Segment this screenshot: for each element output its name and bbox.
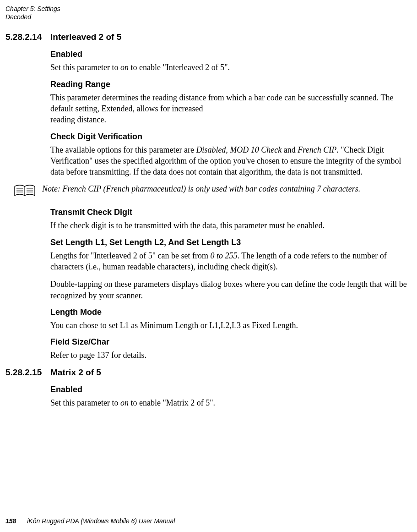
- section-number: 5.28.2.14: [5, 32, 50, 42]
- section-title: Interleaved 2 of 5: [50, 32, 121, 42]
- subheading-transmit: Transmit Check Digit: [50, 208, 409, 217]
- section-body-interleaved-cont: Transmit Check Digit If the check digit …: [50, 208, 409, 361]
- running-header: Chapter 5: Settings Decoded: [5, 5, 409, 21]
- section-heading-matrix: 5.28.2.15 Matrix 2 of 5: [5, 367, 409, 378]
- paragraph-length-mode: You can chose to set L1 as Minimum Lengt…: [50, 320, 409, 331]
- note-body: French CIP (French pharmaceutical) is on…: [63, 184, 361, 193]
- text-fragment: The available options for this parameter…: [50, 145, 196, 154]
- footer-title: iKôn Rugged PDA (Windows Mobile 6) User …: [27, 517, 175, 525]
- paragraph-transmit: If the check digit is to be transmitted …: [50, 220, 409, 231]
- subheading-reading-range: Reading Range: [50, 80, 409, 89]
- paragraph-check-digit: The available options for this parameter…: [50, 144, 409, 178]
- section-body-interleaved: Enabled Set this parameter to on to enab…: [50, 49, 409, 177]
- subheading-field-size: Field Size/Char: [50, 337, 409, 347]
- paragraph-set-length-2: Double-tapping on these parameters displ…: [50, 279, 409, 301]
- running-header-line2: Decoded: [5, 13, 409, 21]
- section-body-matrix: Enabled Set this parameter to on to enab…: [50, 385, 409, 408]
- section-heading-interleaved: 5.28.2.14 Interleaved 2 of 5: [5, 32, 409, 42]
- note-text: Note: French CIP (French pharmaceutical)…: [42, 184, 360, 194]
- paragraph-enabled: Set this parameter to on to enable "Inte…: [50, 62, 409, 73]
- note-label: Note:: [42, 184, 63, 193]
- paragraph-set-length-1: Lengths for "Interleaved 2 of 5" can be …: [50, 250, 409, 273]
- paragraph-reading-range-2: reading distance.: [50, 114, 409, 125]
- text-fragment: and: [282, 145, 298, 154]
- text-italic-french-cip: French CIP: [298, 145, 336, 154]
- running-header-line1: Chapter 5: Settings: [5, 5, 409, 13]
- paragraph-enabled-matrix: Set this parameter to on to enable "Matr…: [50, 397, 409, 408]
- paragraph-field-size: Refer to page 137 for details.: [50, 350, 409, 361]
- subheading-enabled: Enabled: [50, 49, 409, 59]
- section-number: 5.28.2.15: [5, 367, 50, 378]
- text-italic-on: on: [120, 398, 129, 407]
- text-fragment: to enable "Matrix 2 of 5".: [129, 398, 215, 407]
- text-italic-range: 0 to 255: [211, 251, 238, 260]
- text-fragment: to enable "Interleaved 2 of 5".: [129, 63, 230, 72]
- page-content: Chapter 5: Settings Decoded 5.28.2.14 In…: [0, 0, 417, 408]
- page-number: 158: [5, 517, 16, 525]
- note-block: Note: French CIP (French pharmaceutical)…: [14, 184, 409, 200]
- paragraph-reading-range-1: This parameter determines the reading di…: [50, 92, 409, 115]
- subheading-check-digit: Check Digit Verification: [50, 132, 409, 142]
- text-fragment: Lengths for "Interleaved 2 of 5" can be …: [50, 251, 211, 260]
- subheading-length-mode: Length Mode: [50, 307, 409, 317]
- section-title: Matrix 2 of 5: [50, 367, 101, 378]
- page-footer: 158 iKôn Rugged PDA (Windows Mobile 6) U…: [5, 517, 175, 525]
- book-icon: [14, 185, 36, 200]
- subheading-set-length: Set Length L1, Set Length L2, And Set Le…: [50, 238, 409, 247]
- text-fragment: Set this parameter to: [50, 398, 120, 407]
- subheading-enabled-matrix: Enabled: [50, 385, 409, 395]
- text-fragment: Set this parameter to: [50, 63, 120, 72]
- text-italic-on: on: [120, 63, 129, 72]
- text-italic-options: Disabled, MOD 10 Check: [196, 145, 282, 154]
